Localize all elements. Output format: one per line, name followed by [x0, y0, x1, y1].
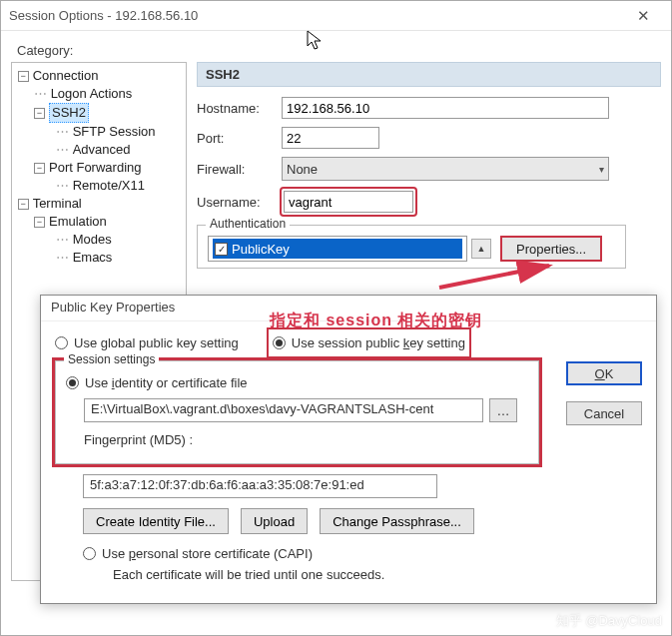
- section-header: SSH2: [197, 62, 661, 87]
- hostname-label: Hostname:: [197, 101, 282, 116]
- properties-button[interactable]: Properties...: [501, 237, 601, 261]
- username-label: Username:: [197, 195, 282, 210]
- upload-button[interactable]: Upload: [241, 508, 308, 534]
- radio-icon: [273, 336, 286, 349]
- close-icon[interactable]: ✕: [623, 2, 663, 30]
- change-passphrase-button[interactable]: Change Passphrase...: [320, 508, 474, 534]
- session-settings-group: Session settings Use identity or certifi…: [55, 360, 539, 464]
- tree-sftp-session[interactable]: ⋯ SFTP Session: [14, 123, 184, 141]
- ok-button[interactable]: OK: [566, 361, 642, 385]
- fingerprint-value[interactable]: 5f:a3:a7:12:0f:37:db:6a:f6:aa:a3:35:08:7…: [83, 474, 437, 498]
- watermark: 知乎 @DavyCloud: [556, 612, 662, 630]
- annotation-text: 指定和 session 相关的密钥: [270, 311, 482, 331]
- category-label: Category:: [17, 43, 671, 58]
- hostname-input[interactable]: [282, 97, 609, 119]
- tree-emacs[interactable]: ⋯ Emacs: [14, 249, 184, 267]
- tree-ssh2[interactable]: −SSH2: [14, 103, 184, 123]
- radio-identity-file[interactable]: Use identity or certificate file: [66, 375, 528, 390]
- radio-global[interactable]: Use global public key setting: [55, 335, 239, 350]
- tree-emulation[interactable]: −Emulation: [14, 213, 184, 231]
- radio-capi[interactable]: Use personal store certificate (CAPI): [83, 546, 642, 561]
- radio-icon: [55, 336, 68, 349]
- window-title: Session Options - 192.168.56.10: [9, 8, 623, 23]
- create-identity-button[interactable]: Create Identity File...: [83, 508, 229, 534]
- tree-advanced[interactable]: ⋯ Advanced: [14, 141, 184, 159]
- tree-connection[interactable]: −Connection: [14, 67, 184, 85]
- checkbox-icon[interactable]: ✓: [215, 243, 228, 256]
- auth-method-list[interactable]: ✓ PublicKey: [208, 236, 467, 262]
- port-input[interactable]: [282, 127, 379, 149]
- fingerprint-label: Fingerprint (MD5) :: [84, 432, 528, 447]
- chevron-down-icon: ▾: [599, 164, 604, 175]
- titlebar: Session Options - 192.168.56.10 ✕: [1, 1, 671, 31]
- auth-legend: Authentication: [206, 217, 290, 231]
- tree-terminal[interactable]: −Terminal: [14, 195, 184, 213]
- move-up-button[interactable]: ▲: [471, 239, 491, 259]
- cancel-button[interactable]: Cancel: [566, 401, 642, 425]
- identity-path-input[interactable]: E:\VirtualBox\.vagrant.d\boxes\davy-VAGR…: [84, 398, 483, 422]
- capi-note: Each certificate will be tried until one…: [113, 567, 642, 582]
- tree-remote-x11[interactable]: ⋯ Remote/X11: [14, 177, 184, 195]
- authentication-group: Authentication ✓ PublicKey ▲ Properties.…: [197, 225, 626, 269]
- port-label: Port:: [197, 131, 282, 146]
- browse-button[interactable]: …: [489, 398, 517, 422]
- radio-session[interactable]: Use session public key setting: [273, 335, 465, 350]
- radio-icon: [83, 547, 96, 560]
- firewall-select[interactable]: None ▾: [282, 157, 609, 181]
- username-input[interactable]: [284, 191, 413, 213]
- tree-port-forwarding[interactable]: −Port Forwarding: [14, 159, 184, 177]
- session-legend: Session settings: [64, 352, 159, 366]
- radio-icon: [66, 376, 79, 389]
- firewall-label: Firewall:: [197, 162, 282, 177]
- tree-logon-actions[interactable]: ⋯ Logon Actions: [14, 85, 184, 103]
- tree-modes[interactable]: ⋯ Modes: [14, 231, 184, 249]
- public-key-properties-dialog: Public Key Properties Use global public …: [40, 295, 657, 604]
